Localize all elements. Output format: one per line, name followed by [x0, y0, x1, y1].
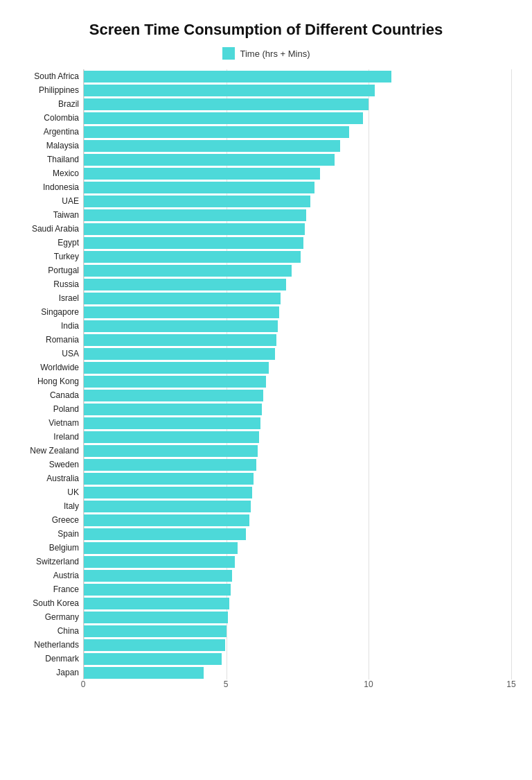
bar: [84, 501, 251, 512]
bar: [84, 209, 306, 221]
y-label: Philippines: [21, 83, 83, 97]
bar: [84, 556, 235, 568]
y-label: Saudi Arabia: [21, 222, 83, 236]
y-label: Denmark: [21, 652, 83, 666]
bar-row: [84, 374, 511, 388]
bar-row: [84, 347, 511, 361]
bar: [84, 362, 269, 374]
y-label: Indonesia: [21, 180, 83, 194]
bar-row: [84, 624, 511, 638]
y-label: Russia: [21, 277, 83, 291]
y-label: Hong Kong: [21, 374, 83, 388]
y-label: Malaysia: [21, 139, 83, 153]
bar: [84, 320, 278, 332]
y-label: New Zealand: [21, 444, 83, 458]
bar-row: [84, 499, 511, 513]
bar-row: [84, 416, 511, 430]
bar: [84, 625, 227, 637]
y-label: Mexico: [21, 166, 83, 180]
y-label: South Korea: [21, 596, 83, 610]
bar: [84, 140, 340, 152]
bar: [84, 390, 263, 401]
bar-row: [84, 541, 511, 555]
bar: [84, 251, 301, 263]
bar: [84, 528, 246, 540]
bar-row: [84, 555, 511, 569]
bar-row: [84, 69, 511, 83]
y-label: Australia: [21, 471, 83, 485]
bars-wrapper: [83, 69, 511, 679]
y-label: Japan: [21, 666, 83, 679]
bar-row: [84, 610, 511, 624]
bar-row: [84, 471, 511, 485]
bar: [84, 514, 249, 526]
bar: [84, 459, 256, 471]
grid-line: [511, 69, 512, 679]
bar-row: [84, 277, 511, 291]
y-label: Worldwide: [21, 361, 83, 374]
bar: [84, 223, 305, 235]
bar: [84, 376, 266, 388]
bar: [84, 542, 238, 554]
bar: [84, 196, 310, 207]
bar: [84, 168, 320, 180]
bar: [84, 667, 204, 679]
y-axis: South AfricaPhilippinesBrazilColombiaArg…: [21, 69, 83, 693]
bar: [84, 487, 252, 499]
y-label: Sweden: [21, 458, 83, 471]
bar-row: [84, 153, 511, 166]
bar: [84, 71, 391, 83]
chart-container: Screen Time Consumption of Different Cou…: [7, 14, 525, 714]
y-label: Greece: [21, 513, 83, 527]
y-label: Singapore: [21, 305, 83, 319]
bar-row: [84, 250, 511, 263]
bar-row: [84, 402, 511, 416]
y-label: Austria: [21, 569, 83, 582]
bar-row: [84, 111, 511, 125]
bar-row: [84, 569, 511, 582]
y-label: Romania: [21, 333, 83, 347]
bar: [84, 126, 349, 138]
bar-row: [84, 582, 511, 596]
bar-row: [84, 527, 511, 541]
bar: [84, 293, 281, 304]
bar-row: [84, 139, 511, 153]
bar-row: [84, 83, 511, 97]
bar-row: [84, 333, 511, 347]
bars-section: 051015: [83, 69, 511, 693]
bar: [84, 334, 276, 346]
bar: [84, 653, 222, 665]
legend: Time (hrs + Mins): [21, 47, 511, 60]
bar: [84, 279, 286, 291]
bar: [84, 570, 232, 582]
bar-row: [84, 125, 511, 139]
bar-row: [84, 638, 511, 652]
bar: [84, 598, 229, 609]
bar: [84, 237, 303, 249]
bar: [84, 348, 275, 360]
bar-row: [84, 166, 511, 180]
y-label: Italy: [21, 499, 83, 513]
bar: [84, 85, 375, 96]
x-tick-label: 0: [81, 679, 86, 689]
bar-row: [84, 666, 511, 679]
bar: [84, 98, 369, 110]
bar-row: [84, 194, 511, 208]
bar-row: [84, 263, 511, 277]
bar-row: [84, 444, 511, 458]
y-label: South Africa: [21, 69, 83, 83]
y-label: Turkey: [21, 250, 83, 263]
bar: [84, 154, 335, 166]
y-label: Vietnam: [21, 416, 83, 430]
bar-row: [84, 485, 511, 499]
bar-row: [84, 652, 511, 666]
y-label: France: [21, 582, 83, 596]
y-label: Switzerland: [21, 555, 83, 569]
bar: [84, 182, 314, 193]
bar-row: [84, 361, 511, 374]
y-label: Brazil: [21, 97, 83, 111]
legend-color-box: [222, 47, 235, 60]
y-label: Canada: [21, 388, 83, 402]
y-label: India: [21, 319, 83, 333]
y-label: UAE: [21, 194, 83, 208]
